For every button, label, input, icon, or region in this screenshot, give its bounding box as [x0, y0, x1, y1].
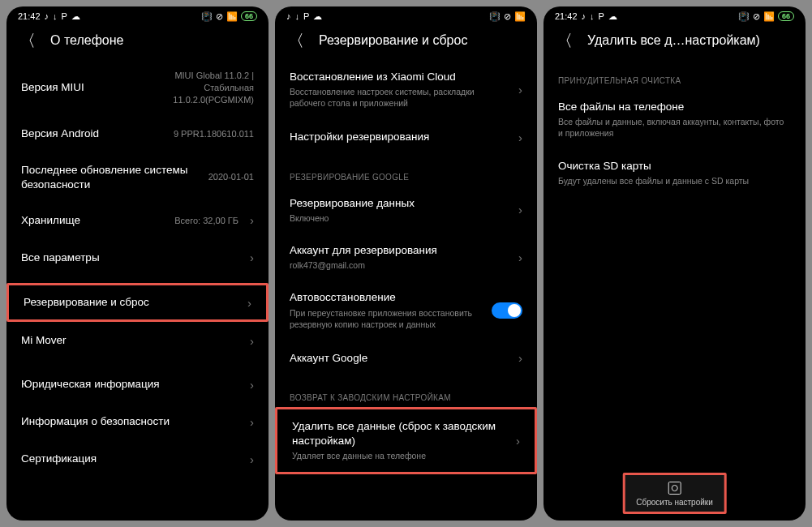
status-time: 21:42 — [555, 11, 578, 21]
reset-icon — [668, 482, 681, 495]
row-backup-settings[interactable]: Настройки резервирования › — [275, 119, 537, 156]
row-legal-info[interactable]: Юридическая информация › — [6, 366, 269, 403]
cloud-icon: ☁ — [71, 11, 80, 22]
row-certification[interactable]: Сертификация › — [6, 440, 269, 478]
chevron-right-icon: › — [250, 213, 254, 227]
chevron-right-icon: › — [250, 251, 254, 264]
tiktok-icon: ♪ — [582, 11, 586, 21]
row-sd-card-wipe[interactable]: Очистка SD карты Будут удалены все файлы… — [543, 149, 806, 196]
row-all-parameters[interactable]: Все параметры › — [6, 239, 269, 276]
chevron-right-icon: › — [250, 452, 254, 466]
row-erase-all-data[interactable]: Удалить все данные (сброс к заводским на… — [275, 407, 537, 474]
reset-settings-button[interactable]: Сбросить настройки — [622, 473, 727, 514]
download-icon: ↓ — [590, 11, 595, 21]
chevron-right-icon: › — [518, 351, 522, 365]
chevron-right-icon: › — [250, 334, 254, 348]
auto-restore-toggle[interactable] — [492, 302, 522, 319]
chevron-right-icon: › — [518, 251, 522, 264]
nosim-icon: ⊘ — [504, 11, 511, 22]
cloud-icon: ☁ — [313, 11, 322, 22]
back-icon[interactable]: 〈 — [288, 32, 304, 49]
battery-indicator: 66 — [778, 11, 794, 21]
page-title: О телефоне — [50, 33, 123, 48]
header: 〈 Удалить все д…настройкам) — [543, 24, 806, 60]
row-google-account[interactable]: Аккаунт Google › — [275, 340, 537, 377]
status-bar: 21:42 ♪ ↓ P ☁ 📳 ⊘ 📶 66 — [543, 6, 806, 24]
chevron-right-icon: › — [250, 415, 254, 429]
row-all-files-phone[interactable]: Все файлы на телефоне Все файлы и данные… — [543, 90, 806, 149]
header: 〈 Резервирование и сброс — [275, 24, 537, 60]
chevron-right-icon: › — [516, 434, 520, 448]
section-google-backup: РЕЗЕРВИРОВАНИЕ GOOGLE — [275, 156, 537, 186]
phone-screen-erase: 21:42 ♪ ↓ P ☁ 📳 ⊘ 📶 66 〈 Удалить все д…н… — [543, 6, 806, 521]
row-miui-version[interactable]: Версия MIUI MIUI Global 11.0.2 | Стабиль… — [6, 60, 269, 116]
download-icon: ↓ — [53, 11, 58, 21]
row-storage[interactable]: Хранилище Всего: 32,00 ГБ › — [6, 202, 269, 239]
row-xiaomi-cloud-restore[interactable]: Восстановление из Xiaomi Cloud Восстанов… — [275, 60, 537, 119]
status-bar: 21:42 ♪ ↓ P ☁ 📳 ⊘ 📶 66 — [6, 6, 269, 24]
battery-indicator: 66 — [241, 11, 257, 21]
phone-screen-backup: ♪ ↓ P ☁ 📳 ⊘ 📶 〈 Резервирование и сброс В… — [275, 6, 537, 521]
chevron-right-icon: › — [247, 296, 251, 310]
phone-screen-about: 21:42 ♪ ↓ P ☁ 📳 ⊘ 📶 66 〈 О телефоне Верс… — [6, 6, 269, 521]
row-android-version[interactable]: Версия Android 9 PPR1.180610.011 — [6, 116, 269, 153]
chevron-right-icon: › — [518, 203, 522, 216]
row-auto-restore[interactable]: Автовосстановление При переустановке при… — [275, 281, 537, 340]
download-icon: ↓ — [295, 11, 300, 21]
status-bar: ♪ ↓ P ☁ 📳 ⊘ 📶 — [275, 6, 537, 24]
nosim-icon: ⊘ — [753, 11, 760, 22]
signal-icon: 📶 — [226, 11, 238, 22]
vibrate-icon: 📳 — [489, 11, 501, 22]
signal-icon: 📶 — [763, 11, 775, 22]
row-backup-account[interactable]: Аккаунт для резервирования rolk473@gmail… — [275, 234, 537, 281]
cloud-icon: ☁ — [608, 11, 617, 22]
back-icon[interactable]: 〈 — [19, 32, 36, 49]
section-force-wipe: ПРИНУДИТЕЛЬНАЯ ОЧИСТКА — [543, 60, 806, 90]
app-p-icon: P — [599, 11, 604, 21]
row-security-info[interactable]: Информация о безопасности › — [6, 403, 269, 440]
chevron-right-icon: › — [250, 378, 254, 392]
page-title: Резервирование и сброс — [319, 33, 467, 48]
chevron-right-icon: › — [518, 131, 522, 144]
row-mi-mover[interactable]: Mi Mover › — [6, 322, 269, 359]
tiktok-icon: ♪ — [45, 11, 49, 21]
status-time: 21:42 — [18, 11, 41, 21]
header: 〈 О телефоне — [6, 24, 269, 60]
signal-icon: 📶 — [514, 11, 526, 22]
row-data-backup[interactable]: Резервирование данных Включено › — [275, 186, 537, 234]
chevron-right-icon: › — [518, 83, 522, 96]
nosim-icon: ⊘ — [216, 11, 223, 22]
row-backup-reset[interactable]: Резервирование и сброс › — [6, 283, 269, 322]
vibrate-icon: 📳 — [738, 11, 750, 22]
section-factory-reset: ВОЗВРАТ К ЗАВОДСКИМ НАСТРОЙКАМ — [275, 377, 537, 407]
app-p-icon: P — [62, 11, 67, 21]
back-icon[interactable]: 〈 — [556, 32, 573, 49]
row-security-update[interactable]: Последнее обновление системы безопасност… — [6, 153, 269, 202]
tiktok-icon: ♪ — [286, 11, 291, 21]
page-title: Удалить все д…настройкам) — [587, 33, 760, 48]
app-p-icon: P — [303, 11, 309, 21]
vibrate-icon: 📳 — [201, 11, 213, 22]
